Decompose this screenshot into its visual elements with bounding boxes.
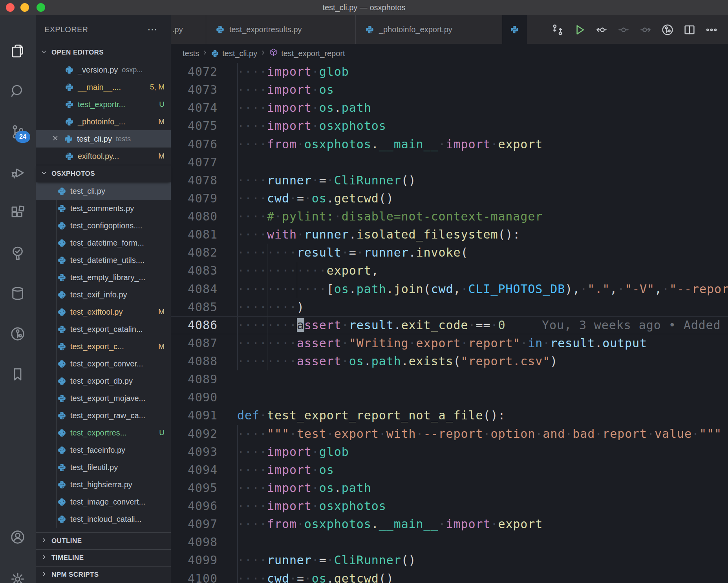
line-number: 4087 [171, 334, 218, 352]
line-number: 4100 [171, 570, 218, 583]
code-line: 4075····import·osxphotos [171, 117, 728, 135]
code-line: 4082········result·=·runner.invoke( [171, 244, 728, 262]
file-label: test_exportr... [78, 100, 125, 109]
testing-icon[interactable] [8, 244, 27, 262]
sidebar-bottom-sections: OUTLINETIMELINENPM SCRIPTS [36, 532, 171, 583]
tree-item[interactable]: test_faceinfo.py [36, 441, 171, 459]
breadcrumb-item[interactable]: test_export_report [281, 49, 345, 58]
tree-item[interactable]: test_export_mojave... [36, 390, 171, 407]
tab-test-exportresults-py[interactable]: test_exportresults.py [206, 15, 356, 44]
open-editor-item[interactable]: __main__....5, M [36, 78, 171, 96]
source-control-icon[interactable]: 24 [8, 122, 27, 141]
search-icon[interactable] [8, 82, 27, 101]
run-debug-icon[interactable] [8, 163, 27, 182]
line-number: 4094 [171, 461, 218, 479]
line-content: ····import·glob [237, 443, 728, 461]
indent-guide-icon [237, 208, 238, 226]
tree-item[interactable]: test_export_raw_ca... [36, 407, 171, 424]
indent-guide-icon [237, 262, 238, 280]
python-file-icon [57, 480, 66, 489]
code-line: 4080····#·pylint:·disable=not-context-ma… [171, 208, 728, 226]
tree-item[interactable]: test_configoptions.... [36, 217, 171, 234]
file-label: test_fileutil.py [70, 463, 118, 472]
zoom-window-button[interactable] [37, 3, 45, 12]
tree-item[interactable]: test_image_convert... [36, 493, 171, 510]
code-editor[interactable]: 4072····import·glob4073····import·os4074… [171, 63, 728, 583]
indent-guide-icon [237, 443, 238, 461]
minimize-window-button[interactable] [20, 3, 29, 12]
next-change-icon[interactable] [635, 20, 657, 39]
tree-item[interactable]: test_datetime_utils.... [36, 251, 171, 269]
gitlens-icon[interactable] [8, 324, 27, 343]
tree-item[interactable]: test_cli.py [36, 182, 171, 200]
open-editor-item[interactable]: _photoinfo_...M [36, 113, 171, 130]
open-changes-icon[interactable] [547, 20, 569, 39]
tree-item[interactable]: test_exiftool.pyM [36, 303, 171, 321]
tree-item[interactable]: test_export_db.py [36, 372, 171, 390]
scm-changes-badge: 24 [15, 131, 30, 143]
code-line: 4090 [171, 388, 728, 406]
account-icon[interactable] [8, 528, 27, 547]
chevron-right-icon [40, 554, 48, 563]
tab-partial[interactable]: .py [171, 15, 206, 44]
open-editor-item[interactable]: _version.pyosxp... [36, 61, 171, 78]
code-line: 4097····from·osxphotos.__main__·import·e… [171, 515, 728, 533]
line-content [237, 533, 728, 551]
python-file-icon [57, 325, 66, 334]
section-header-outline[interactable]: OUTLINE [36, 532, 171, 549]
chevron-right-icon [199, 49, 211, 58]
breadcrumb-item[interactable]: tests [183, 49, 199, 58]
tree-item[interactable]: test_highsierra.py [36, 476, 171, 493]
current-change-icon[interactable] [613, 20, 635, 39]
indent-guide-icon [237, 135, 238, 153]
split-editor-icon[interactable] [679, 20, 701, 39]
settings-icon[interactable] [8, 570, 27, 583]
run-python-file-icon[interactable] [569, 20, 591, 39]
close-editor-icon[interactable] [51, 134, 59, 144]
python-file-icon [57, 342, 66, 351]
database-icon[interactable] [8, 284, 27, 303]
tree-item[interactable]: test_fileutil.py [36, 459, 171, 476]
python-file-icon [64, 135, 73, 144]
tab--photoinfo-export-py[interactable]: _photoinfo_export.py [356, 15, 502, 44]
open-editor-item[interactable]: test_exportr...U [36, 96, 171, 113]
tab-label: _photoinfo_export.py [379, 25, 452, 34]
line-number: 4076 [171, 135, 218, 153]
explorer-more-actions-icon[interactable]: ⋯ [147, 24, 158, 36]
bookmarks-icon[interactable] [8, 365, 27, 384]
file-label: test_exif_info.py [70, 290, 127, 299]
code-line: 4072····import·glob [171, 63, 728, 81]
tab-active-pinned[interactable] [502, 15, 527, 44]
python-file-icon [57, 463, 66, 472]
more-actions-icon[interactable] [701, 20, 723, 39]
open-editor-item[interactable]: exiftool.py...M [36, 148, 171, 165]
indent-guide-icon [267, 262, 267, 280]
close-window-button[interactable] [6, 3, 15, 12]
tree-item[interactable]: test_datetime_form... [36, 234, 171, 251]
breadcrumb-item[interactable]: test_cli.py [222, 49, 257, 58]
tree-item[interactable]: test_empty_library_... [36, 269, 171, 286]
section-label: OSXPHOTOS [51, 170, 95, 178]
section-header-npm-scripts[interactable]: NPM SCRIPTS [36, 566, 171, 583]
previous-change-icon[interactable] [591, 20, 613, 39]
indent-guide-icon [237, 171, 238, 189]
open-editors-section-header[interactable]: OPEN EDITORS [36, 44, 171, 61]
open-editor-item[interactable]: test_cli.pytests [36, 130, 171, 148]
tree-item[interactable]: test_exportres...U [36, 424, 171, 441]
line-number: 4083 [171, 262, 218, 280]
tree-item[interactable]: test_exif_info.py [36, 286, 171, 303]
git-graph-icon[interactable] [657, 20, 679, 39]
tree-item[interactable]: test_export_c...M [36, 338, 171, 355]
tree-item[interactable]: test_comments.py [36, 200, 171, 217]
section-header-timeline[interactable]: TIMELINE [36, 549, 171, 566]
tree-item[interactable]: test_export_catalin... [36, 321, 171, 338]
tree-item[interactable]: test_export_conver... [36, 355, 171, 372]
project-section-header[interactable]: OSXPHOTOS [36, 165, 171, 182]
extensions-icon[interactable] [8, 203, 27, 222]
code-line: 4076····from·osxphotos.__main__·import·e… [171, 135, 728, 153]
chevron-down-icon [40, 169, 48, 179]
indent-guide-icon [237, 352, 238, 370]
explorer-icon[interactable] [8, 42, 27, 60]
tree-item[interactable]: test_incloud_catali... [36, 510, 171, 528]
git-status-badge: M [158, 117, 165, 126]
